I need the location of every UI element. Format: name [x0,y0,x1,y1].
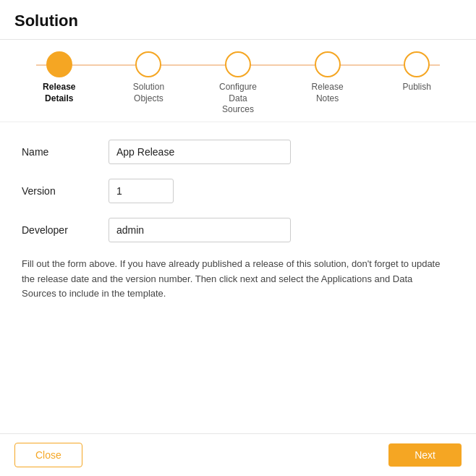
step-circle-publish [404,51,430,77]
footer: Close Next [0,433,476,476]
step-label-solution-objects: SolutionObjects [133,82,164,104]
developer-label: Developer [22,224,109,236]
next-button[interactable]: Next [388,443,462,467]
name-input[interactable] [109,140,291,164]
help-text: Fill out the form above. If you have alr… [22,257,441,302]
content-area: Name Version Developer Fill out the form… [0,122,476,433]
developer-input[interactable] [109,218,291,242]
version-input[interactable] [109,179,174,203]
step-label-publish: Publish [402,82,430,93]
step-publish: Publish [372,51,462,93]
stepper-container: ReleaseDetails SolutionObjects Configure… [0,40,476,122]
step-release-notes: ReleaseNotes [283,51,373,104]
close-button[interactable]: Close [14,443,82,467]
step-configure-data-sources: ConfigureDataSources [193,51,283,116]
step-label-configure-data-sources: ConfigureDataSources [219,82,257,116]
step-release-details: ReleaseDetails [14,51,104,104]
step-circle-release-notes [315,51,341,77]
name-label: Name [22,146,109,158]
step-circle-solution-objects [135,51,161,77]
version-label: Version [22,185,109,197]
form-row-version: Version [22,179,454,203]
stepper: ReleaseDetails SolutionObjects Configure… [14,51,462,116]
app-title: Solution [14,12,78,30]
step-label-release-notes: ReleaseNotes [312,82,344,104]
step-solution-objects: SolutionObjects [104,51,194,104]
step-circle-release-details [46,51,72,77]
form-row-name: Name [22,140,454,164]
step-label-release-details: ReleaseDetails [43,82,75,104]
form-row-developer: Developer [22,218,454,242]
step-circle-configure-data-sources [225,51,251,77]
header: Solution [0,0,476,40]
